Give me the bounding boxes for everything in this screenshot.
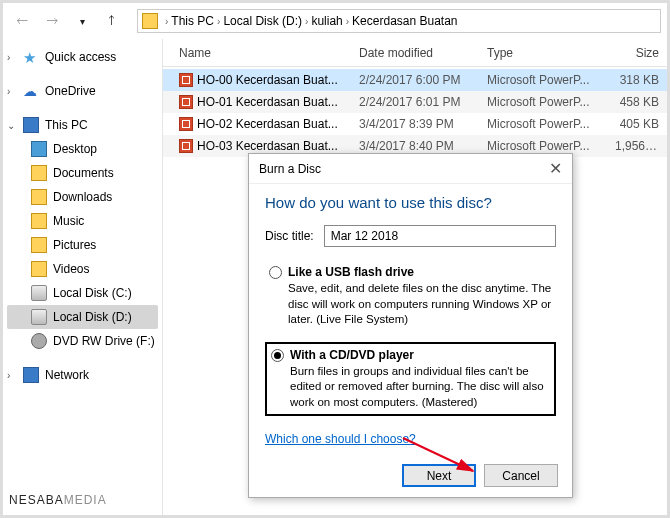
pc-icon [23,117,39,133]
folder-icon [31,165,47,181]
chevron-right-icon: › [165,16,168,27]
folder-icon [31,237,47,253]
chevron-right-icon: › [7,52,17,63]
chevron-right-icon: › [305,16,308,27]
nav-network[interactable]: ›Network [3,363,162,387]
chevron-right-icon: › [217,16,220,27]
nav-videos[interactable]: Videos [3,257,162,281]
radio-icon[interactable] [271,349,284,362]
dialog-question: How do you want to use this disc? [265,194,556,211]
disc-title-label: Disc title: [265,229,314,243]
address-bar[interactable]: › This PC › Local Disk (D:) › kuliah › K… [137,9,661,33]
powerpoint-icon [179,139,193,153]
folder-icon [31,213,47,229]
nav-documents[interactable]: Documents [3,161,162,185]
col-date[interactable]: Date modified [351,46,479,60]
folder-icon [142,13,158,29]
watermark: NESABAMEDIA [3,476,113,515]
breadcrumb-seg[interactable]: This PC [171,14,214,28]
breadcrumb-seg[interactable]: Kecerdasan Buatan [352,14,457,28]
column-headers[interactable]: Name Date modified Type Size [163,39,667,67]
drive-icon [31,309,47,325]
nav-dvd[interactable]: DVD RW Drive (F:) [3,329,162,353]
nav-pane: ›★Quick access ›☁OneDrive ⌄This PC Deskt… [3,39,163,515]
nav-local-d[interactable]: Local Disk (D:) [7,305,158,329]
option-usb[interactable]: Like a USB flash drive Save, edit, and d… [265,261,556,332]
disc-title-input[interactable] [324,225,556,247]
col-size[interactable]: Size [607,46,667,60]
dialog-title: Burn a Disc [259,162,321,176]
burn-disc-dialog: Burn a Disc ✕ How do you want to use thi… [248,153,573,498]
cloud-icon: ☁ [23,83,39,99]
breadcrumb-seg[interactable]: kuliah [311,14,342,28]
close-icon[interactable]: ✕ [549,159,562,178]
recent-dropdown[interactable]: ▾ [69,8,95,34]
col-type[interactable]: Type [479,46,607,60]
cancel-button[interactable]: Cancel [484,464,558,487]
next-button[interactable]: Next [402,464,476,487]
help-link[interactable]: Which one should I choose? [265,432,416,446]
option-cddvd[interactable]: With a CD/DVD player Burn files in group… [265,342,556,417]
disc-icon [31,333,47,349]
nav-quick-access[interactable]: ›★Quick access [3,45,162,69]
table-row[interactable]: HO-02 Kecerdasan Buat...3/4/2017 8:39 PM… [163,113,667,135]
up-button[interactable]: 🡑 [99,8,125,34]
radio-icon[interactable] [269,266,282,279]
nav-onedrive[interactable]: ›☁OneDrive [3,79,162,103]
chevron-down-icon: ⌄ [7,120,17,131]
forward-button: 🡒 [39,8,65,34]
nav-this-pc[interactable]: ⌄This PC [3,113,162,137]
nav-local-c[interactable]: Local Disk (C:) [3,281,162,305]
chevron-right-icon: › [7,370,17,381]
col-name[interactable]: Name [171,46,351,60]
toolbar: 🡐 🡒 ▾ 🡑 › This PC › Local Disk (D:) › ku… [3,3,667,39]
table-row[interactable]: HO-00 Kecerdasan Buat...2/24/2017 6:00 P… [163,69,667,91]
folder-icon [31,189,47,205]
nav-desktop[interactable]: Desktop [3,137,162,161]
nav-downloads[interactable]: Downloads [3,185,162,209]
chevron-right-icon: › [7,86,17,97]
desktop-icon [31,141,47,157]
drive-icon [31,285,47,301]
nav-pictures[interactable]: Pictures [3,233,162,257]
table-row[interactable]: HO-01 Kecerdasan Buat...2/24/2017 6:01 P… [163,91,667,113]
powerpoint-icon [179,95,193,109]
powerpoint-icon [179,73,193,87]
chevron-right-icon: › [346,16,349,27]
breadcrumb-seg[interactable]: Local Disk (D:) [223,14,302,28]
nav-music[interactable]: Music [3,209,162,233]
star-icon: ★ [23,49,39,65]
powerpoint-icon [179,117,193,131]
back-button[interactable]: 🡐 [9,8,35,34]
network-icon [23,367,39,383]
folder-icon [31,261,47,277]
